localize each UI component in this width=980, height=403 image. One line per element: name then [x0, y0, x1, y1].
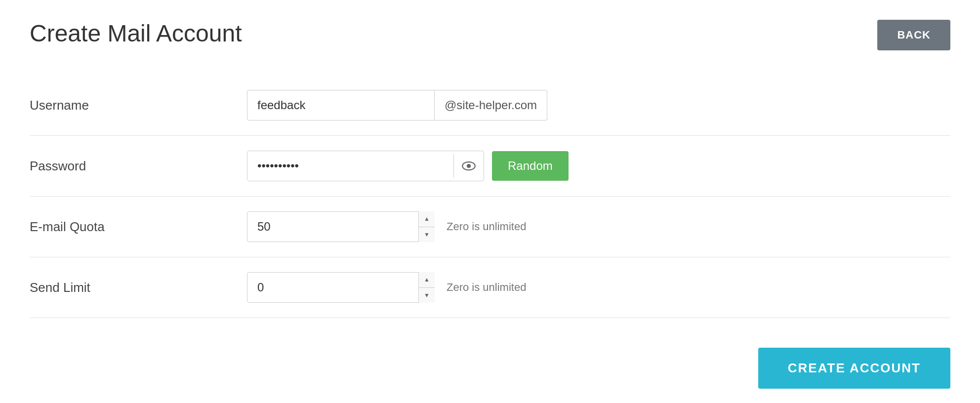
- username-label: Username: [30, 98, 247, 113]
- domain-display: @site-helper.com: [435, 90, 547, 121]
- back-button[interactable]: BACK: [877, 20, 950, 50]
- svg-point-1: [467, 164, 471, 168]
- quota-decrement-button[interactable]: ▼: [419, 227, 435, 242]
- send-limit-increment-button[interactable]: ▲: [419, 272, 435, 288]
- random-button[interactable]: Random: [492, 151, 569, 181]
- page-title: Create Mail Account: [30, 20, 242, 47]
- quota-input[interactable]: [247, 211, 435, 242]
- password-input[interactable]: [247, 151, 453, 181]
- send-limit-spinner: ▲ ▼: [418, 272, 435, 303]
- send-limit-label: Send Limit: [30, 280, 247, 295]
- quota-hint: Zero is unlimited: [447, 220, 526, 233]
- password-label: Password: [30, 159, 247, 174]
- send-limit-input[interactable]: [247, 272, 435, 303]
- send-limit-decrement-button[interactable]: ▼: [419, 288, 435, 303]
- quota-label: E-mail Quota: [30, 219, 247, 235]
- send-limit-input-wrapper: ▲ ▼: [247, 272, 435, 303]
- quota-spinner: ▲ ▼: [418, 211, 435, 242]
- toggle-password-button[interactable]: [453, 154, 484, 178]
- form-section: Username @site-helper.com Password: [30, 75, 950, 318]
- password-row: Password Random: [30, 136, 950, 197]
- header-row: Create Mail Account BACK: [30, 20, 950, 50]
- quota-controls: ▲ ▼ Zero is unlimited: [247, 211, 526, 242]
- password-controls: Random: [247, 151, 569, 181]
- send-limit-controls: ▲ ▼ Zero is unlimited: [247, 272, 526, 303]
- create-account-button[interactable]: CREATE ACCOUNT: [758, 348, 950, 389]
- username-input[interactable]: [247, 90, 435, 121]
- footer-row: CREATE ACCOUNT: [30, 318, 950, 403]
- username-row: Username @site-helper.com: [30, 75, 950, 136]
- quota-row: E-mail Quota ▲ ▼ Zero is unlimited: [30, 197, 950, 257]
- quota-input-wrapper: ▲ ▼: [247, 211, 435, 242]
- eye-icon: [462, 161, 476, 171]
- password-input-wrapper: [247, 151, 484, 181]
- quota-increment-button[interactable]: ▲: [419, 211, 435, 227]
- send-limit-hint: Zero is unlimited: [447, 281, 526, 294]
- send-limit-row: Send Limit ▲ ▼ Zero is unlimited: [30, 257, 950, 318]
- username-controls: @site-helper.com: [247, 90, 547, 121]
- page-container: Create Mail Account BACK Username @site-…: [0, 0, 980, 403]
